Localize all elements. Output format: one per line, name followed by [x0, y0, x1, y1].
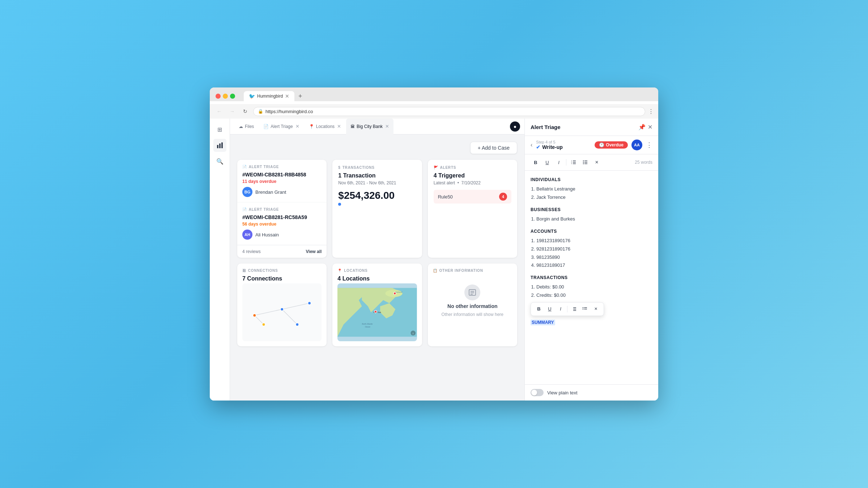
svg-point-7 [253, 314, 256, 317]
account-item-2: 9281231890176 [536, 245, 652, 253]
toolbar-separator-1 [566, 159, 566, 166]
svg-point-47 [583, 309, 583, 309]
transactions-dot [338, 203, 341, 206]
maximize-window-button[interactable] [230, 94, 235, 99]
transactions-list: Debits: $0.00 Credits: $0.00 [531, 283, 652, 299]
avatar-brendan: BG [242, 187, 252, 197]
svg-rect-0 [217, 145, 218, 148]
alert-item-1: 📄 ALERT TRIAGE #WEOMI-CB8281-R8B4858 11 … [237, 160, 327, 202]
minimize-window-button[interactable] [223, 94, 228, 99]
svg-text:Iceland: Iceland [396, 291, 403, 293]
tab-end-button[interactable]: ● [510, 121, 520, 132]
transactions-amount: $254,326.00 [338, 190, 416, 201]
editor-content[interactable]: INDIVIDUALS Bellatrix Lestrange Jack Tor… [525, 171, 658, 384]
hummingbird-logo-icon: 🐦 [249, 93, 255, 99]
underline-button[interactable]: U [542, 157, 552, 167]
top-cards-grid: 📄 ALERT TRIAGE #WEOMI-CB8281-R8B4858 11 … [237, 160, 517, 258]
add-to-case-button[interactable]: + Add to Case [470, 142, 517, 154]
refresh-button[interactable]: ↻ [240, 106, 250, 116]
svg-point-46 [583, 307, 583, 308]
tab-locations-label: Locations [316, 124, 335, 129]
step-back-button[interactable]: ‹ [531, 142, 532, 148]
user-avatar[interactable]: AA [631, 140, 642, 150]
editor-toolbar: B U I 1.2.3. ✕ 25 words [525, 154, 658, 171]
no-info-icon [464, 284, 480, 300]
tab-alert-triage-close[interactable]: ✕ [295, 124, 299, 129]
sidebar-item-grid[interactable]: ⊞ [213, 123, 226, 136]
bold-button[interactable]: B [531, 157, 541, 167]
browser-tab-label: Hummingbird [257, 94, 283, 99]
connections-card: ⛓ CONNECTIONS 7 Connections [237, 264, 327, 346]
close-window-button[interactable] [216, 94, 221, 99]
files-icon: ☁ [239, 124, 243, 129]
view-all-link[interactable]: View all [306, 249, 322, 254]
svg-point-11 [262, 323, 265, 326]
sidebar-item-chart[interactable] [213, 139, 226, 152]
panel-more-button[interactable]: ⋮ [646, 141, 652, 149]
sidebar: ⊞ 🔍 [210, 119, 230, 401]
floating-unordered-list[interactable] [580, 304, 590, 314]
lock-icon: 🔒 [258, 109, 263, 114]
close-panel-button[interactable]: ✕ [648, 124, 652, 130]
tab-alert-triage-label: Alert Triage [271, 124, 293, 129]
connections-title: 7 Connections [242, 275, 322, 282]
overdue-clock-icon: 🕐 [599, 142, 604, 147]
floating-clear[interactable]: ✕ [591, 304, 601, 314]
overdue-badge: 🕐 Overdue [595, 141, 628, 149]
plain-text-toggle[interactable] [531, 389, 544, 396]
reviews-count: 4 reviews [242, 249, 261, 254]
big-city-bank-tab-icon: 🏛 [350, 124, 355, 129]
tab-files[interactable]: ☁ Files [234, 119, 258, 134]
back-button[interactable]: ← [214, 106, 224, 116]
browser-titlebar: 🐦 Hummingbird ✕ + [216, 91, 652, 101]
tab-locations[interactable]: 📍 Locations ✕ [305, 119, 345, 134]
sidebar-item-search[interactable]: 🔍 [213, 155, 226, 168]
svg-line-4 [282, 303, 310, 309]
overdue-label-1: 11 days overdue [242, 179, 322, 184]
url-bar[interactable]: 🔒 https://hummingbird.co [253, 107, 645, 116]
tab-locations-close[interactable]: ✕ [337, 124, 341, 129]
alerts-latest: Latest alert • 7/10/2022 [434, 180, 511, 185]
alert-id-1: #WEOMI-CB8281-R8B4858 [242, 172, 322, 177]
pin-button[interactable]: 📌 [638, 124, 646, 130]
alert-triage-icon: 📄 [242, 165, 247, 169]
svg-text:North Atlantic: North Atlantic [362, 323, 373, 325]
svg-point-8 [280, 308, 283, 311]
businesses-list: Borgin and Burkes [531, 215, 652, 223]
browser-tab-close[interactable]: ✕ [285, 94, 289, 99]
forward-button[interactable]: → [227, 106, 237, 116]
individuals-list: Bellatrix Lestrange Jack Torrence [531, 185, 652, 201]
transactions-icon: $ [338, 166, 340, 170]
browser-nav: ← → ↻ 🔒 https://hummingbird.co ⋮ [210, 104, 658, 119]
floating-bold-button[interactable]: B [534, 304, 544, 314]
individual-item-2: Jack Torrence [536, 194, 652, 201]
app-container: ⊞ 🔍 ☁ Files 📄 Alert Triage [210, 119, 658, 401]
alert-triage-label-1: 📄 ALERT TRIAGE [242, 165, 322, 169]
clear-format-button[interactable]: ✕ [592, 157, 602, 167]
panel-footer: View plain text [525, 384, 658, 401]
ordered-list-button[interactable]: 1.2.3. [569, 157, 579, 167]
tab-big-city-bank[interactable]: 🏛 Big City Bank ✕ [346, 119, 393, 134]
floating-italic-button[interactable]: I [556, 304, 566, 314]
svg-rect-2 [221, 142, 223, 148]
tab-big-city-bank-close[interactable]: ✕ [385, 124, 389, 129]
transactions-header: TRANSACTIONS [531, 274, 652, 281]
other-info-icon: 📋 [433, 269, 438, 273]
italic-button[interactable]: I [554, 157, 564, 167]
browser-tab-hummingbird[interactable]: 🐦 Hummingbird ✕ [244, 91, 294, 101]
alerts-card: 🚩 ALERTS 4 Triggered Latest alert • 7/10… [428, 160, 517, 258]
right-panel: Alert Triage 📌 ✕ ‹ Step 4 of 5 ✔ Write-u… [524, 119, 658, 401]
new-tab-button[interactable]: + [295, 91, 305, 101]
browser-more-button[interactable]: ⋮ [648, 108, 654, 115]
locations-label: 📍 LOCATIONS [337, 269, 417, 273]
account-item-4: 98123189017 [536, 262, 652, 269]
tab-alert-triage[interactable]: 📄 Alert Triage ✕ [259, 119, 303, 134]
app-tabs-bar: ☁ Files 📄 Alert Triage ✕ 📍 Locations ✕ 🏛… [230, 119, 524, 134]
individuals-header: INDIVIDUALS [531, 176, 652, 183]
accounts-header: ACCOUNTS [531, 228, 652, 235]
floating-ordered-list[interactable] [569, 304, 579, 314]
url-text: https://hummingbird.co [265, 109, 313, 114]
unordered-list-button[interactable] [580, 157, 590, 167]
floating-underline-button[interactable]: U [545, 304, 555, 314]
svg-line-5 [282, 309, 297, 325]
